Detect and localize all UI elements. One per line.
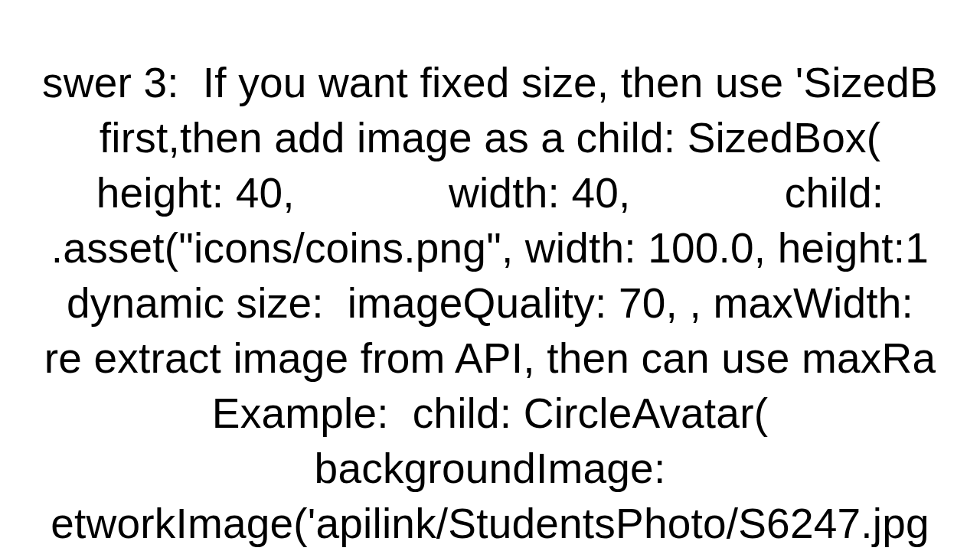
answer-line-4: .asset("icons/coins.png", width: 100.0, … [51, 224, 929, 272]
answer-text-block: swer 3: If you want fixed size, then use… [0, 0, 980, 551]
answer-line-2: first,then add image as a child: SizedBo… [100, 114, 880, 161]
answer-line-5: dynamic size: imageQuality: 70, , maxWid… [67, 279, 913, 327]
document-viewport: swer 3: If you want fixed size, then use… [0, 0, 980, 551]
answer-line-8: backgroundImage: [315, 445, 666, 492]
answer-line-6: re extract image from API, then can use … [44, 334, 936, 382]
answer-line-9: etworkImage('apilink/StudentsPhoto/S6247… [51, 500, 929, 547]
answer-line-1: swer 3: If you want fixed size, then use… [42, 59, 938, 106]
answer-line-3: height: 40, width: 40, child: [96, 169, 884, 217]
answer-line-7: Example: child: CircleAvatar( [212, 390, 768, 437]
